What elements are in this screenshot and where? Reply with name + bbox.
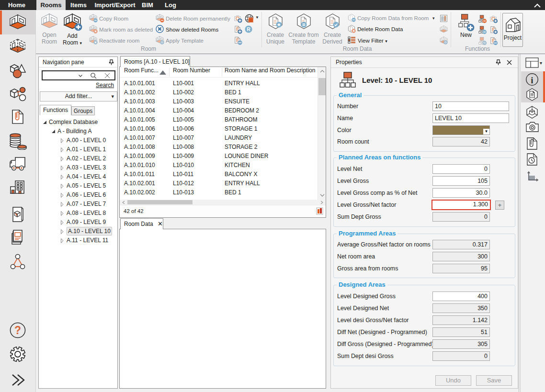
svg-text:R: R (247, 26, 250, 32)
svg-text:i: i (531, 75, 533, 85)
svg-text:?: ? (14, 324, 21, 336)
